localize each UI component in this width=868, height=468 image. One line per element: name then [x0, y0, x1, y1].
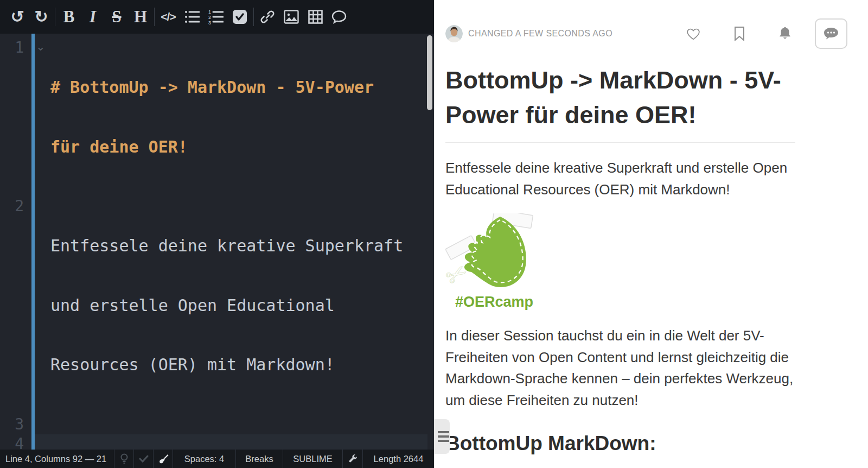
svg-text:2: 2 — [208, 15, 211, 20]
link-button[interactable] — [256, 5, 279, 29]
ordered-list-icon: 1 2 3 — [208, 9, 224, 24]
indent-setting[interactable]: Spaces: 4 — [173, 450, 235, 468]
comment-button[interactable] — [327, 5, 351, 29]
line-number: 1 — [0, 38, 35, 197]
toolbar-divider — [154, 8, 155, 26]
code-row[interactable]: Resources (OER) mit Markdown! — [50, 355, 434, 375]
code-icon: </> — [161, 10, 175, 23]
toolbar-divider — [253, 8, 254, 26]
paragraph-2: In dieser Session tauchst du ein in die … — [445, 325, 795, 411]
markdown-editor[interactable]: 1 ⌄ # BottomUp -> MarkDown - 5V-Power fü… — [0, 34, 434, 450]
oercamp-logo-caption: #OERcamp — [455, 294, 795, 311]
unordered-list-icon — [184, 10, 200, 24]
toolbar-divider — [55, 8, 55, 26]
image-icon — [284, 10, 299, 24]
link-icon — [260, 9, 275, 24]
italic-button[interactable]: I — [81, 5, 105, 29]
oercamp-flame-graphic: ✂ — [445, 213, 535, 290]
undo-icon: ↺ — [10, 9, 24, 25]
editor-line-4[interactable]: 4 ![](https://open-educational- resource… — [0, 434, 434, 450]
speech-bubble-icon — [822, 26, 840, 41]
section-heading: BottomUp MarkDown: — [445, 433, 795, 468]
hint-toggle[interactable] — [114, 450, 133, 468]
avatar-photo — [445, 25, 463, 42]
redo-button[interactable]: ↻ — [29, 5, 53, 29]
rendered-document: BottomUp -> MarkDown - 5V-Power für dein… — [445, 50, 795, 468]
table-button[interactable] — [303, 5, 327, 29]
comment-icon — [331, 10, 347, 24]
heading-icon: H — [134, 7, 147, 27]
document-length-status: Length 2644 — [362, 450, 434, 468]
task-list-icon — [233, 10, 247, 24]
strikethrough-button[interactable]: S — [105, 5, 129, 29]
preview-header: CHANGED A FEW SECONDS AGO — [445, 17, 847, 50]
hamburger-icon — [438, 431, 449, 433]
bold-button[interactable]: B — [57, 5, 81, 29]
open-comments-button[interactable] — [815, 18, 847, 49]
redo-icon: ↻ — [34, 9, 48, 25]
line-number: 4 — [0, 434, 35, 450]
image-button[interactable] — [279, 5, 303, 29]
undo-button[interactable]: ↺ — [5, 5, 29, 29]
task-list-button[interactable] — [228, 5, 252, 29]
table-icon — [308, 10, 323, 24]
theme-brush-toggle[interactable] — [153, 450, 173, 468]
editor-line-1[interactable]: 1 ⌄ # BottomUp -> MarkDown - 5V-Power fü… — [0, 38, 434, 197]
paintbrush-icon — [158, 453, 169, 464]
author-avatar[interactable] — [445, 25, 463, 42]
document-title: BottomUp -> MarkDown - 5V-Power für dein… — [445, 63, 795, 143]
editor-toolbar: ↺ ↻ B I S H </> 1 2 3 — [0, 0, 434, 34]
preview-pane: CHANGED A FEW SECONDS AGO — [434, 0, 868, 468]
last-changed-label: CHANGED A FEW SECONDS AGO — [468, 29, 612, 39]
italic-icon: I — [90, 7, 96, 27]
editor-pane: ↺ ↻ B I S H </> 1 2 3 — [0, 0, 434, 468]
svg-text:3: 3 — [208, 20, 211, 24]
code-button[interactable]: </> — [156, 5, 180, 29]
spellcheck-toggle[interactable] — [133, 450, 153, 468]
keymap-setting[interactable]: SUBLIME — [283, 450, 342, 468]
fold-chevron-icon[interactable]: ⌄ — [36, 37, 46, 57]
like-button[interactable] — [686, 27, 701, 41]
code-row[interactable]: Entfessele deine kreative Superkraft — [50, 236, 434, 256]
bell-icon — [778, 26, 792, 41]
wrench-icon — [348, 454, 358, 464]
linebreaks-setting[interactable]: Breaks — [235, 450, 283, 468]
heart-icon — [686, 27, 701, 41]
heading-button[interactable]: H — [129, 5, 152, 29]
paragraph-1: Entfessele deine kreative Superkraft und… — [445, 157, 795, 200]
bookmark-icon — [733, 26, 745, 41]
line-number: 3 — [0, 415, 35, 435]
status-bar: Line 4, Columns 92 — 21 Spaces: 4 Breaks… — [0, 450, 434, 468]
bookmark-button[interactable] — [733, 26, 745, 41]
strikethrough-icon: S — [112, 7, 121, 27]
editor-scrollbar-thumb[interactable] — [427, 35, 432, 110]
oercamp-logo-image: ✂ #OERcamp — [445, 213, 795, 311]
check-icon — [139, 455, 149, 463]
code-row[interactable]: # BottomUp -> MarkDown - 5V-Power — [50, 78, 434, 98]
unordered-list-button[interactable] — [180, 5, 204, 29]
toc-handle[interactable] — [434, 419, 450, 454]
ordered-list-button[interactable]: 1 2 3 — [204, 5, 228, 29]
bold-icon: B — [63, 7, 75, 27]
preferences-button[interactable] — [342, 450, 362, 468]
subscribe-button[interactable] — [778, 26, 792, 41]
cursor-position-status: Line 4, Columns 92 — 21 — [0, 450, 114, 468]
editor-line-3[interactable]: 3 — [0, 415, 434, 435]
lightbulb-icon — [120, 453, 129, 464]
code-row[interactable]: für deine OER! — [50, 137, 434, 157]
line-number: 2 — [0, 197, 35, 415]
code-row[interactable]: und erstelle Open Educational — [50, 296, 434, 316]
editor-line-2[interactable]: 2 Entfessele deine kreative Superkraft u… — [0, 197, 434, 415]
svg-text:1: 1 — [208, 9, 211, 15]
app-window: ↺ ↻ B I S H </> 1 2 3 — [0, 0, 868, 468]
